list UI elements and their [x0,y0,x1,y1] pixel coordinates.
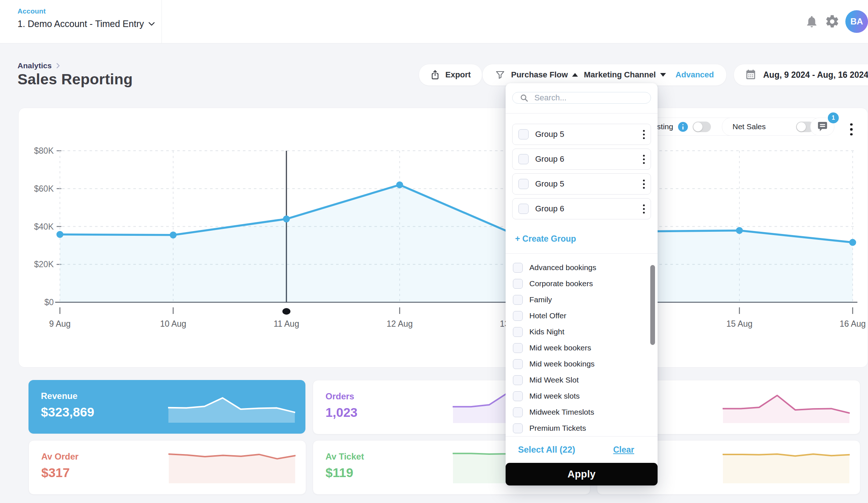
option-checkbox[interactable] [513,343,523,353]
option-row[interactable]: Hotel Offer [513,308,658,324]
purchase-flow-dropdown-panel: Group 5Group 6Group 5Group 6 + Create Gr… [506,83,658,485]
top-bar: Account 1. Demo Account - Timed Entry BA [0,0,868,43]
option-label: Hotel Offer [529,311,566,320]
export-icon [430,69,440,80]
option-row[interactable]: Premium Tickets [513,420,658,436]
group-row[interactable]: Group 6 [512,198,651,219]
chevron-up-icon [572,73,578,77]
option-checkbox[interactable] [513,263,523,273]
metric-value: $323,869 [41,405,94,419]
option-row[interactable]: Kids Night [513,324,658,340]
option-checkbox[interactable] [513,391,523,401]
option-label: Kids Night [529,327,564,336]
sparkline [723,391,850,424]
option-label: Mid Week Slot [529,376,579,384]
svg-text:10 Aug: 10 Aug [160,319,186,329]
option-row[interactable]: Mid week slots [513,388,658,404]
topbar-divider [161,0,162,43]
metric-value: 1,023 [326,405,358,420]
search-icon [520,93,529,103]
page-title: Sales Reporting [18,71,133,88]
metric-card-av-order[interactable]: Av Order $317 [28,440,306,495]
purchase-flow-label: Purchase Flow [511,70,568,80]
sales-chart-card: $0$20K$40K$60K$80K9 Aug10 Aug11 Aug12 Au… [18,108,868,368]
svg-text:12 Aug: 12 Aug [387,319,413,329]
settings-button[interactable] [822,11,842,32]
group-row[interactable]: Group 5 [512,173,651,195]
apply-button[interactable]: Apply [506,463,658,485]
option-row[interactable]: Advanced bookings [513,260,658,276]
sparkline [168,390,295,424]
account-name: 1. Demo Account - Timed Entry [18,19,144,29]
group-checkbox[interactable] [518,154,529,164]
option-checkbox[interactable] [513,375,523,385]
option-label: Family [529,295,552,304]
calendar-icon [745,69,757,81]
option-label: Midweek Timeslots [529,408,594,416]
export-button[interactable]: Export [419,64,482,86]
net-sales-toggle-pill: Net Sales [722,118,822,136]
metric-label: Revenue [41,391,77,401]
sparkline [168,451,296,484]
option-row[interactable]: Mid week bookings [513,356,658,372]
group-kebab-icon[interactable] [643,129,645,140]
svg-text:$0: $0 [44,297,54,307]
group-kebab-icon[interactable] [643,203,645,214]
option-checkbox[interactable] [513,423,523,433]
gear-icon [825,14,840,29]
option-row[interactable]: Corporate bookers [513,276,658,292]
option-label: Premium Tickets [529,424,586,433]
scrollbar-thumb[interactable] [650,265,655,345]
option-row[interactable]: Mid Week Slot [513,372,658,388]
select-all-link[interactable]: Select All (22) [518,445,575,455]
option-label: Mid week bookings [529,360,595,368]
date-range-picker[interactable]: Aug, 9 2024 - Aug, 16 2024 [734,64,868,86]
comment-icon [817,122,828,132]
option-label: Mid week slots [529,392,580,400]
avatar-initials: BA [850,16,863,27]
option-row[interactable]: Mid week bookers [513,340,658,356]
breadcrumb-analytics[interactable]: Analytics [18,61,52,70]
metric-label: Av Ticket [326,452,364,462]
forecasting-toggle[interactable] [693,122,711,132]
chart-menu-kebab-icon[interactable] [849,120,854,138]
create-group-link[interactable]: + Create Group [506,223,658,253]
group-checkbox[interactable] [518,204,529,214]
info-icon[interactable] [678,122,688,132]
group-checkbox[interactable] [518,179,529,189]
option-checkbox[interactable] [513,327,523,337]
group-kebab-icon[interactable] [643,154,645,165]
svg-text:$80K: $80K [34,146,54,155]
option-checkbox[interactable] [513,279,523,289]
clear-link[interactable]: Clear [613,445,634,455]
date-range-label: Aug, 9 2024 - Aug, 16 2024 [763,70,868,80]
group-row[interactable]: Group 6 [512,149,651,170]
notifications-button[interactable] [802,11,822,32]
net-sales-label: Net Sales [732,122,766,131]
marketing-channel-filter[interactable]: Marketing Channel [584,70,666,80]
metric-card-revenue[interactable]: Revenue $323,869 [28,380,305,434]
group-kebab-icon[interactable] [643,178,645,189]
option-row[interactable]: Family [513,292,658,308]
option-checkbox[interactable] [513,295,523,305]
group-list: Group 5Group 6Group 5Group 6 [506,114,658,223]
svg-text:16 Aug: 16 Aug [840,319,866,329]
svg-text:9 Aug: 9 Aug [49,319,71,329]
svg-text:15 Aug: 15 Aug [726,319,753,329]
option-checkbox[interactable] [513,311,523,321]
search-input[interactable] [534,93,643,103]
purchase-flow-filter[interactable]: Purchase Flow [511,70,578,80]
option-checkbox[interactable] [513,359,523,369]
account-label: Account [18,7,155,15]
option-checkbox[interactable] [513,407,523,417]
group-checkbox[interactable] [518,129,529,139]
group-label: Group 5 [535,179,643,189]
advanced-link[interactable]: Advanced [675,70,714,80]
avatar[interactable]: BA [845,10,868,33]
option-label: Corporate bookers [529,279,593,288]
group-label: Group 6 [535,154,643,164]
group-row[interactable]: Group 5 [512,124,651,145]
account-switcher[interactable]: Account 1. Demo Account - Timed Entry [18,7,155,29]
option-row[interactable]: Midweek Timeslots [513,404,658,420]
comment-count-badge: 1 [827,112,840,124]
